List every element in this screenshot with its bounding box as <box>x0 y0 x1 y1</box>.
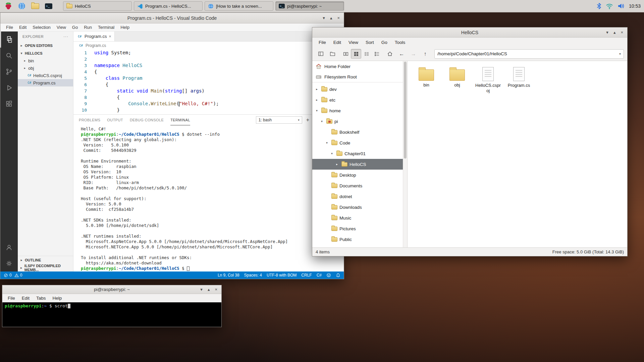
settings-gear-icon[interactable] <box>0 255 18 272</box>
taskbar-window-vscode[interactable]: Program.cs - HelloCS... <box>134 1 203 11</box>
extensions-icon[interactable] <box>0 96 18 112</box>
tree-item-program-cs[interactable]: Program.cs <box>18 79 73 86</box>
indentation[interactable]: Spaces: 4 <box>244 273 262 278</box>
notifications-bell-icon[interactable] <box>336 273 340 278</box>
fm-tree-item-chapter01[interactable]: ▾Chapter01 <box>312 148 407 159</box>
menu-file[interactable]: File <box>316 40 329 45</box>
source-control-icon[interactable] <box>0 64 18 80</box>
menu-help[interactable]: Help <box>117 25 132 30</box>
code-line-10[interactable]: 10 } <box>73 107 344 113</box>
shade-window-button[interactable]: ▾ <box>323 16 325 20</box>
taskbar-window-terminal[interactable]: pi@raspberrypi: ~ <box>275 1 344 11</box>
menu-sort[interactable]: Sort <box>363 40 377 45</box>
fm-sidebar-scrollbar[interactable] <box>403 61 407 247</box>
lxterminal-titlebar[interactable]: pi@raspberrypi: ~ ▾ ▴ × <box>2 285 221 294</box>
vscode-titlebar[interactable]: Program.cs - HelloCS - Visual Studio Cod… <box>0 13 344 23</box>
code-line-5[interactable]: 5 class Program <box>73 75 344 81</box>
tree-item-obj[interactable]: ▸ obj <box>18 64 73 72</box>
fm-titlebar[interactable]: HelloCS ▾ ▴ × <box>312 27 627 38</box>
editor-code-lines[interactable]: 1using System;23namespace HelloCS4{5 cla… <box>73 50 344 114</box>
run-debug-icon[interactable] <box>0 80 18 96</box>
forward-button[interactable]: → <box>408 49 419 59</box>
vscode-terminal-output[interactable]: Hello, C#!pi@raspberrypi:~/Code/Chapter0… <box>73 125 344 272</box>
wifi-icon[interactable] <box>605 3 613 9</box>
file-item-obj[interactable]: obj <box>442 65 473 94</box>
home-button[interactable] <box>385 49 395 59</box>
fm-tree-item-pictures[interactable]: Pictures <box>312 223 407 234</box>
tree-item-bin[interactable]: ▸ bin <box>18 57 73 64</box>
path-dropdown-icon[interactable]: ▾ <box>619 52 621 56</box>
menu-edit[interactable]: Edit <box>19 296 32 301</box>
side-pane-button[interactable] <box>316 49 326 59</box>
panel-tab-output[interactable]: OUTPUT <box>107 115 123 125</box>
menu-terminal[interactable]: Terminal <box>95 25 117 30</box>
code-line-3[interactable]: 3namespace HelloCS <box>73 62 344 69</box>
fm-tree-item-etc[interactable]: ▸etc <box>312 95 407 105</box>
fm-tree-item-dotnet[interactable]: dotnet <box>312 191 407 202</box>
more-actions-icon[interactable]: ··· <box>63 34 68 39</box>
terminal-launcher[interactable] <box>44 1 54 11</box>
volume-icon[interactable] <box>618 3 625 9</box>
fm-tree-item-desktop[interactable]: Desktop <box>312 170 407 180</box>
feedback-smiley-icon[interactable] <box>326 273 331 278</box>
fm-tree-item-bookshelf[interactable]: Bookshelf <box>312 127 407 137</box>
applications-menu-button[interactable] <box>3 1 13 11</box>
expander-icon[interactable]: ▸ <box>334 163 339 166</box>
encoding[interactable]: UTF-8 with BOM <box>267 273 297 278</box>
place-filesystem-root[interactable]: Filesystem Root <box>312 72 407 82</box>
taskbar-window-filemanager[interactable]: HelloCS <box>63 1 132 11</box>
menu-tools[interactable]: Tools <box>392 40 409 45</box>
language-mode[interactable]: C# <box>317 273 322 278</box>
file-manager-launcher[interactable] <box>30 1 40 11</box>
menu-file[interactable]: File <box>3 25 16 30</box>
menu-go[interactable]: Go <box>69 25 81 30</box>
menu-edit[interactable]: Edit <box>16 25 30 30</box>
expander-icon[interactable]: ▾ <box>314 109 319 112</box>
expander-icon[interactable]: ▾ <box>319 120 324 123</box>
menu-run[interactable]: Run <box>81 25 95 30</box>
tree-item-hellocs-csproj[interactable]: HelloCS.csproj <box>18 72 73 79</box>
menu-help[interactable]: Help <box>50 296 65 301</box>
panel-tab-debug-console[interactable]: DEBUG CONSOLE <box>130 115 164 125</box>
fm-file-grid[interactable]: bin obj HelloCS.csproj Program.cs <box>408 61 627 247</box>
taskbar-window-browser[interactable]: [How to take a screen... <box>205 1 273 11</box>
project-section[interactable]: ▾ HELLOCS <box>18 49 73 57</box>
code-line-9[interactable]: 9 Console.WriteLine("Hello, C#!"); <box>73 101 344 107</box>
menu-file[interactable]: File <box>5 296 18 301</box>
icon-view-button[interactable] <box>351 49 361 59</box>
fm-tree-item-downloads[interactable]: Downloads <box>312 202 407 213</box>
close-window-button[interactable]: × <box>215 287 217 292</box>
menu-edit[interactable]: Edit <box>330 40 344 45</box>
up-button[interactable]: ↑ <box>420 49 430 59</box>
fm-tree-item-dev[interactable]: ▸dev <box>312 84 407 95</box>
cursor-position[interactable]: Ln 9, Col 38 <box>218 273 239 278</box>
breadcrumb[interactable]: Program.cs <box>73 42 344 50</box>
menu-go[interactable]: Go <box>378 40 390 45</box>
clock[interactable]: 10:53 <box>629 3 641 9</box>
place-home-folder[interactable]: Home Folder <box>312 61 407 72</box>
menu-selection[interactable]: Selection <box>30 25 53 30</box>
panel-tab-problems[interactable]: PROBLEMS <box>79 115 100 125</box>
path-input[interactable] <box>437 51 617 56</box>
fm-tree-item-documents[interactable]: Documents <box>312 180 407 191</box>
fm-tree-item-music[interactable]: Music <box>312 213 407 223</box>
file-item-hellocs-csproj[interactable]: HelloCS.csproj <box>473 65 503 94</box>
fm-tree-item-code[interactable]: ▾Code <box>312 137 407 148</box>
code-line-7[interactable]: 7 static void Main(string[] args) <box>73 88 344 94</box>
fm-tree-item-hellocs[interactable]: ▸HelloCS <box>312 159 407 170</box>
new-folder-button[interactable] <box>327 49 338 59</box>
shade-window-button[interactable]: ▾ <box>200 287 203 292</box>
file-item-bin[interactable]: bin <box>411 65 442 94</box>
back-button[interactable]: ← <box>396 49 407 59</box>
bluetooth-icon[interactable] <box>597 3 601 9</box>
compact-view-button[interactable] <box>361 49 372 59</box>
code-line-2[interactable]: 2 <box>73 56 344 62</box>
ilspy-section[interactable]: ▸ ILSPY DECOMPILED MEMB... <box>18 264 73 272</box>
shade-window-button[interactable]: ▾ <box>606 30 608 35</box>
expander-icon[interactable]: ▸ <box>314 87 319 91</box>
tab-program-cs[interactable]: Program.cs × <box>73 32 115 41</box>
detailed-list-view-button[interactable] <box>372 49 382 59</box>
search-icon[interactable] <box>0 48 18 64</box>
new-terminal-icon[interactable]: + <box>306 117 309 123</box>
fm-tree-item-home[interactable]: ▾home <box>312 105 407 116</box>
